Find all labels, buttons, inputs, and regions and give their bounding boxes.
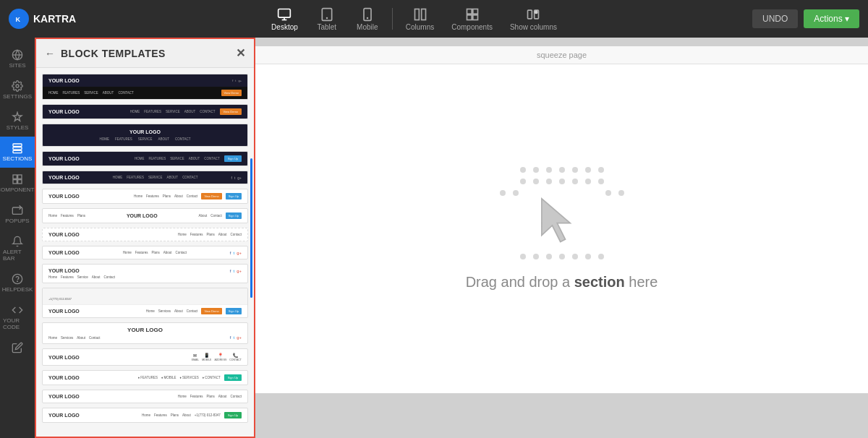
sidebar-item-styles[interactable]: STYLES — [0, 106, 35, 137]
mobile-view-btn[interactable]: Mobile — [349, 4, 386, 34]
template-14[interactable]: YOUR LOGO ♦ FEATURES ♦ MOBILE ♦ SERVICES… — [42, 370, 248, 385]
svg-rect-15 — [528, 10, 532, 19]
template-3[interactable]: YOUR LOGO HOME FEATURES SERVICE ABOUT CO… — [42, 124, 248, 147]
drop-text: Drag and drop a section here — [466, 274, 658, 291]
logo-icon: K — [9, 9, 29, 29]
canvas-page: squeeze page — [255, 46, 868, 393]
template-1[interactable]: YOUR LOGO f t g+ HOME FEATURES SERVICE A… — [42, 74, 248, 100]
svg-rect-9 — [414, 9, 419, 20]
template-16[interactable]: YOUR LOGO Home Features Plans About +1(7… — [42, 408, 248, 423]
sidebar-item-components[interactable]: COMPONENTS — [0, 168, 35, 199]
svg-rect-14 — [472, 14, 477, 20]
template-2[interactable]: YOUR LOGO HOME FEATURES SERVICE ABOUT CO… — [42, 104, 248, 119]
svg-rect-11 — [467, 9, 472, 14]
sidebar-item-settings[interactable]: SETTINGS — [0, 74, 35, 106]
svg-rect-13 — [467, 14, 472, 20]
sidebar-label-helpdesk: HELPDESK — [2, 286, 33, 293]
svg-rect-12 — [472, 9, 477, 14]
sidebar-label-alertbar: ALERT BAR — [3, 249, 32, 262]
canvas-area: squeeze page — [255, 38, 868, 438]
template-15[interactable]: YOUR LOGO Home Features Plans About Cont… — [42, 390, 248, 403]
canvas-drop-zone[interactable]: Drag and drop a section here — [255, 64, 868, 393]
panel-header: ← BLOCK TEMPLATES ✕ — [36, 39, 254, 68]
template-11[interactable]: +1(773) 012-8347 YOUR LOGO Home Services… — [42, 288, 248, 318]
sidebar-item-yourcode[interactable]: YOUR CODE — [0, 299, 35, 336]
undo-button[interactable]: UNDO — [752, 9, 798, 28]
panel-close-button[interactable]: ✕ — [236, 46, 245, 60]
svg-rect-21 — [13, 144, 22, 146]
svg-point-17 — [535, 10, 538, 14]
svg-rect-26 — [13, 180, 17, 184]
sidebar-item-edit[interactable] — [0, 336, 35, 359]
main-content: SITES SETTINGS STYLES SECTIONS — [0, 38, 868, 438]
svg-point-20 — [16, 85, 19, 87]
panel-title: BLOCK TEMPLATES — [61, 48, 230, 59]
template-list: YOUR LOGO f t g+ HOME FEATURES SERVICE A… — [36, 68, 254, 437]
sidebar-label-styles: STYLES — [7, 124, 29, 131]
sidebar-label-sections: SECTIONS — [3, 155, 33, 162]
desktop-view-btn[interactable]: Desktop — [264, 4, 305, 34]
svg-rect-10 — [421, 9, 425, 20]
svg-text:K: K — [16, 16, 21, 23]
view-controls: Desktop Tablet Mobile Columns — [264, 4, 564, 34]
sidebar-item-alertbar[interactable]: ALERT BAR — [0, 230, 35, 267]
svg-rect-25 — [18, 175, 22, 179]
components-btn[interactable]: Components — [444, 4, 500, 34]
toolbar-right: UNDO Actions ▾ — [752, 9, 859, 28]
sidebar-label-settings: SETTINGS — [3, 93, 32, 100]
sidebar-label-sites: SITES — [9, 62, 25, 69]
template-8[interactable]: YOUR LOGO Home Features Plans About Cont… — [42, 228, 248, 241]
template-7[interactable]: Home Features Plans YOUR LOGO About Cont… — [42, 208, 248, 223]
sidebar-item-sections[interactable]: SECTIONS — [0, 137, 35, 168]
canvas-header: squeeze page — [255, 46, 868, 64]
drop-decoration — [500, 167, 624, 259]
sidebar-label-popups: POPUPS — [5, 218, 29, 224]
sidebar-item-helpdesk[interactable]: HELPDESK — [0, 267, 35, 299]
template-12[interactable]: YOUR LOGO Home Services About Contact f … — [42, 322, 248, 344]
template-5[interactable]: YOUR LOGO HOME FEATURES SERVICE ABOUT CO… — [42, 171, 248, 184]
template-4[interactable]: YOUR LOGO HOME FEATURES SERVICE ABOUT CO… — [42, 151, 248, 166]
svg-rect-24 — [13, 175, 17, 179]
sidebar-icons: SITES SETTINGS STYLES SECTIONS — [0, 38, 35, 438]
actions-button[interactable]: Actions ▾ — [804, 9, 859, 28]
tablet-view-btn[interactable]: Tablet — [308, 4, 346, 34]
panel-back-button[interactable]: ← — [45, 48, 55, 59]
scroll-indicator[interactable] — [250, 158, 252, 298]
svg-rect-2 — [278, 9, 291, 17]
svg-rect-22 — [13, 147, 22, 150]
template-6[interactable]: YOUR LOGO Home Features Plans About Cont… — [42, 189, 248, 204]
top-toolbar: K KARTRA Desktop Tablet Mobile — [0, 0, 868, 38]
app-logo: K KARTRA — [9, 9, 76, 29]
columns-btn[interactable]: Columns — [399, 4, 441, 34]
block-templates-panel: ← BLOCK TEMPLATES ✕ YOUR LOGO f t g+ HOM… — [35, 38, 255, 438]
template-9[interactable]: YOUR LOGO Home Features Plans About Cont… — [42, 246, 248, 259]
sidebar-item-sites[interactable]: SITES — [0, 43, 35, 74]
app-name: KARTRA — [33, 13, 76, 25]
show-columns-btn[interactable]: Show columns — [503, 4, 564, 34]
svg-rect-23 — [13, 150, 22, 153]
template-13[interactable]: YOUR LOGO ✉ EMAIL 📱 MOBILE 📍 ADDRESS — [42, 348, 248, 366]
sidebar-item-popups[interactable]: POPUPS — [0, 199, 35, 230]
sidebar-label-components: COMPONENTS — [0, 186, 38, 193]
sidebar-label-yourcode: YOUR CODE — [3, 317, 32, 330]
svg-rect-27 — [18, 180, 22, 184]
template-10[interactable]: YOUR LOGO f t g+ Home Features Service A… — [42, 264, 248, 283]
